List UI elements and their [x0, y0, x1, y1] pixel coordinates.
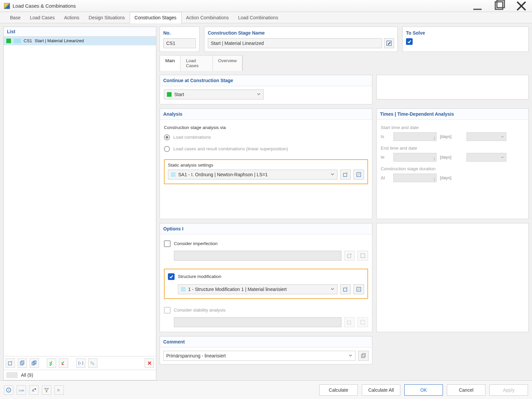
- stability-checkbox[interactable]: [164, 307, 171, 314]
- new-imperfection-icon[interactable]: [344, 251, 355, 261]
- close-button[interactable]: [515, 1, 528, 11]
- radio-load-combinations[interactable]: [164, 134, 170, 140]
- edit-static-icon[interactable]: [353, 170, 364, 180]
- subtabs: Main Load Cases Overview: [160, 55, 243, 71]
- stability-label: Consider stability analysis: [174, 308, 225, 313]
- te-input[interactable]: ⁞: [393, 153, 437, 162]
- svg-text:0,00: 0,00: [19, 389, 24, 392]
- tab-action-combinations[interactable]: Action Combinations: [182, 12, 233, 23]
- tab-construction-stages[interactable]: Construction Stages: [130, 12, 182, 23]
- tab-base[interactable]: Base: [5, 12, 25, 23]
- stability-dropdown[interactable]: [174, 317, 341, 327]
- times-card: Times | Time-Dependent Analysis Start ti…: [376, 108, 529, 219]
- calculate-button[interactable]: Calculate: [319, 384, 358, 396]
- app-icon: [4, 3, 10, 9]
- comment-dropdown[interactable]: Primärspannung - linearisiert: [163, 351, 355, 361]
- no-label: No.: [163, 29, 196, 38]
- tab-actions[interactable]: Actions: [60, 12, 84, 23]
- left-list-panel: List CS1 Start | Material Linearized 2 2…: [3, 27, 156, 380]
- subtab-overview[interactable]: Overview: [213, 56, 242, 71]
- renumber-icon[interactable]: 2: [76, 358, 85, 368]
- chevron-down-icon: [348, 353, 352, 358]
- structure-mod-checkbox[interactable]: [168, 273, 175, 280]
- imperfection-dropdown[interactable]: [174, 251, 341, 261]
- list-row[interactable]: CS1 Start | Material Linearized: [4, 37, 156, 45]
- no-input[interactable]: [163, 38, 196, 48]
- svg-rect-29: [361, 354, 364, 358]
- empty-card-2: [376, 223, 529, 332]
- structure-mod-dropdown[interactable]: 1 - Structure Modification 1 | Material …: [178, 284, 337, 294]
- svg-text:2: 2: [80, 362, 81, 364]
- units-icon[interactable]: 0,00: [17, 385, 26, 395]
- comment-value: Primärspannung - linearisiert: [166, 353, 226, 358]
- copy-icon[interactable]: [18, 358, 27, 368]
- edit-stability-icon[interactable]: [357, 317, 368, 327]
- copy-many-icon[interactable]: [30, 358, 39, 368]
- delete-icon[interactable]: ✕: [145, 358, 154, 368]
- ts-date-select[interactable]: [466, 132, 506, 141]
- static-analysis-highlight: Static analysis settings SA1 - I. Ordnun…: [164, 159, 368, 184]
- edit-imperfection-icon[interactable]: [357, 251, 368, 261]
- help-icon[interactable]: ?: [4, 385, 13, 395]
- name-input[interactable]: [208, 38, 382, 48]
- filter-icon[interactable]: [42, 385, 51, 395]
- cancel-button[interactable]: Cancel: [447, 384, 485, 396]
- status-swatch-cyan: [14, 39, 21, 43]
- titlebar: Load Cases & Combinations: [0, 0, 532, 12]
- subtab-main[interactable]: Main: [160, 56, 181, 71]
- apply-button[interactable]: Apply: [489, 384, 528, 396]
- swatch-green-icon: [167, 92, 172, 97]
- times-dur-label: Construction stage duration: [381, 166, 524, 171]
- times-title: Times | Time-Dependent Analysis: [377, 109, 528, 120]
- radio-linear-superposition[interactable]: [164, 146, 170, 152]
- right-area: No. Construction Stage Name To Solve: [160, 27, 529, 380]
- list-row-code: CS1: [24, 38, 32, 43]
- tab-load-cases[interactable]: Load Cases: [25, 12, 60, 23]
- new-structure-mod-icon[interactable]: [340, 284, 351, 294]
- calculate-all-button[interactable]: Calculate All: [362, 384, 400, 396]
- times-start-label: Start time and date: [381, 125, 524, 130]
- check-all-icon[interactable]: [47, 358, 56, 368]
- chevron-down-icon: [331, 172, 334, 177]
- te-date-select[interactable]: [466, 153, 506, 162]
- minimize-button[interactable]: [471, 1, 484, 11]
- ts-input[interactable]: ⁞: [393, 132, 437, 141]
- new-stability-icon[interactable]: [344, 317, 355, 327]
- edit-structure-mod-icon[interactable]: [353, 284, 364, 294]
- list-body[interactable]: CS1 Start | Material Linearized: [4, 37, 156, 356]
- svg-rect-5: [8, 362, 12, 365]
- svg-text:A: A: [32, 388, 35, 392]
- svg-rect-30: [362, 353, 365, 357]
- svg-rect-8: [21, 361, 24, 364]
- renumber-all-icon[interactable]: 26: [88, 358, 97, 368]
- dt-label: Δt: [381, 175, 390, 180]
- text-size-icon[interactable]: A: [29, 385, 39, 395]
- tab-load-combinations[interactable]: Load Combinations: [233, 12, 283, 23]
- tab-design-situations[interactable]: Design Situations: [84, 12, 130, 23]
- static-analysis-value: SA1 - I. Ordnung | Newton-Raphson | LS=1: [178, 172, 268, 177]
- continue-dropdown[interactable]: Start: [164, 89, 264, 99]
- uncheck-all-icon[interactable]: [59, 358, 68, 368]
- swatch-cyan-icon: [171, 172, 176, 177]
- new-item-icon[interactable]: [6, 358, 15, 368]
- list-row-label: Start | Material Linearized: [35, 38, 84, 43]
- continue-value: Start: [174, 92, 184, 97]
- to-solve-checkbox[interactable]: [406, 38, 413, 45]
- new-static-icon[interactable]: [340, 170, 351, 180]
- name-field-box: Construction Stage Name: [204, 27, 398, 52]
- function-icon[interactable]: fx: [55, 385, 64, 395]
- ok-button[interactable]: OK: [404, 384, 443, 396]
- dt-input[interactable]: ⁞: [393, 174, 437, 182]
- static-analysis-dropdown[interactable]: SA1 - I. Ordnung | Newton-Raphson | LS=1: [168, 170, 337, 180]
- maximize-button[interactable]: [493, 1, 506, 11]
- edit-name-icon[interactable]: [384, 38, 394, 48]
- times-end-label: End time and date: [381, 146, 524, 151]
- imperfection-checkbox[interactable]: [164, 240, 171, 247]
- filter-label: All (9): [21, 372, 33, 378]
- top-tabs: Base Load Cases Actions Design Situation…: [0, 12, 532, 23]
- subtab-load-cases[interactable]: Load Cases: [181, 56, 212, 71]
- svg-text:2: 2: [90, 361, 92, 363]
- continue-card: Continue at Construction Stage Start: [160, 75, 372, 104]
- svg-rect-23: [361, 254, 365, 258]
- copy-comment-icon[interactable]: [358, 351, 369, 361]
